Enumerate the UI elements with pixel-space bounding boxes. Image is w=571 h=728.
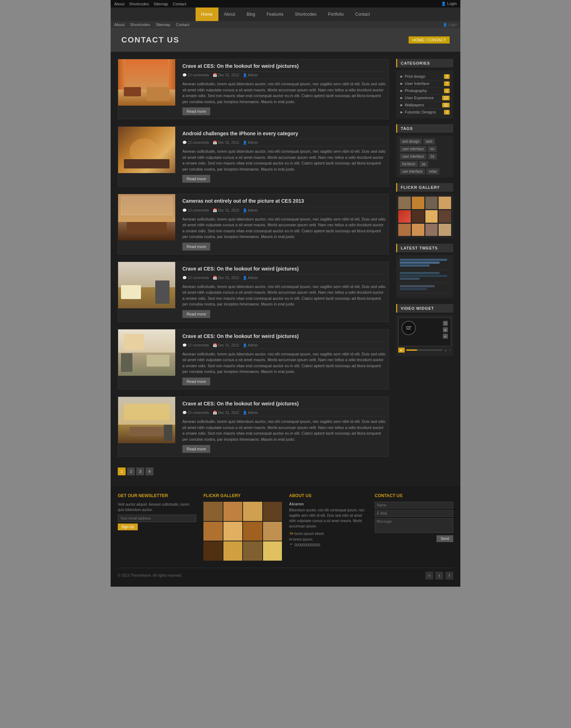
footer-thumb-9[interactable] (203, 541, 223, 561)
footer-thumb-10[interactable] (223, 541, 243, 561)
page-button-3[interactable]: 3 (136, 467, 144, 475)
post-body-3: Cameras not entirely out of the picture … (180, 194, 389, 254)
flickr-thumb-1[interactable] (398, 197, 411, 209)
footer-thumb-11[interactable] (243, 541, 262, 561)
top-link-sitemap[interactable]: Sitemap (154, 2, 168, 6)
footer-thumb-6[interactable] (223, 522, 243, 541)
post-title-1: Crave at CES: On the lookout for weird (… (182, 63, 386, 69)
contact-email-input[interactable] (375, 510, 453, 517)
tag-user-interface[interactable]: user interface (400, 146, 426, 152)
top-bar: About Shortcodes Sitemap Contact 👤 Login (111, 0, 460, 7)
post-image-1 (118, 59, 175, 106)
category-wallpapers: ► Wallpapers 32 (400, 102, 450, 109)
login-link[interactable]: 👤 Login (441, 1, 457, 6)
flickr-thumb-10[interactable] (412, 224, 424, 236)
footer-thumb-5[interactable] (203, 522, 223, 541)
top-link-contact[interactable]: Contact (173, 2, 186, 6)
sub-nav-about[interactable]: About (114, 22, 125, 27)
read-more-button-4[interactable]: Read more (182, 310, 210, 318)
read-more-button-6[interactable]: Read more (182, 445, 210, 453)
social-rss-icon[interactable]: ≈ (425, 572, 433, 580)
comments-icon: 💬 13 comments (182, 276, 209, 280)
read-more-button-3[interactable]: Read more (182, 243, 210, 251)
comments-icon: 💬 13 comments (182, 343, 209, 347)
contact-name-input[interactable] (375, 502, 453, 509)
tag-relax[interactable]: relax (426, 168, 439, 175)
flickr-thumb-8[interactable] (439, 210, 451, 223)
nav-about[interactable]: About (218, 7, 241, 21)
newsletter-email-input[interactable] (118, 515, 196, 522)
footer-thumb-1[interactable] (203, 502, 223, 521)
post-meta-3: 💬 13 comments 📅 Dec 31, 2013 👤 Admin (182, 207, 386, 214)
cat-name: ► Futuristic Designs (400, 110, 436, 115)
video-play-button[interactable]: ► (398, 348, 405, 353)
post-body-6: Crave at CES: On the lookout for weird (… (180, 397, 389, 456)
read-more-button-5[interactable]: Read more (182, 378, 210, 385)
post-excerpt-1: Aenean sollicitudin, lorem quis bibendum… (182, 81, 386, 105)
flickr-thumb-9[interactable] (398, 224, 411, 236)
read-more-button-1[interactable]: Read more (182, 107, 210, 115)
tag-web[interactable]: web (423, 138, 435, 145)
contact-message-input[interactable] (375, 518, 453, 533)
video-widget: VIDEO WIDGET STAFFPICK ☰ ■ ► ► (396, 304, 453, 356)
top-link-about[interactable]: About (114, 2, 125, 6)
tag-pp[interactable]: pp (419, 161, 428, 167)
nav-home[interactable]: Home (196, 7, 218, 21)
footer-thumb-8[interactable] (263, 522, 282, 541)
flickr-thumb-6[interactable] (412, 210, 424, 223)
post-excerpt-5: Aenean sollicitudin, lorem quis bibendum… (182, 351, 386, 375)
social-facebook-icon[interactable]: f (445, 572, 453, 580)
flickr-thumb-11[interactable] (425, 224, 438, 236)
post-title-3: Cameras not entirely out of the picture … (182, 198, 386, 204)
flickr-widget: FLICKR GALLERY (396, 183, 453, 238)
send-button[interactable]: Send (436, 535, 453, 542)
nav-shortcodes[interactable]: Shortcodes (289, 7, 322, 21)
footer-thumb-7[interactable] (243, 522, 262, 541)
tag-use-interface[interactable]: use interface (400, 168, 425, 175)
tag-furniture[interactable]: furniture (400, 161, 418, 167)
sub-nav-contact[interactable]: Contact (176, 22, 190, 27)
nav-contact[interactable]: Contact (349, 7, 375, 21)
page-button-1[interactable]: 1 (118, 467, 126, 475)
flickr-thumb-4[interactable] (439, 197, 451, 209)
post-body-1: Crave at CES: On the lookout for weird (… (180, 59, 389, 119)
social-twitter-icon[interactable]: t (435, 572, 443, 580)
footer-bottom: © 2013 ThemeName. All rights reserved. ≈… (118, 568, 453, 580)
flickr-grid (396, 194, 453, 238)
flickr-thumb-12[interactable] (439, 224, 451, 236)
flickr-thumb-2[interactable] (412, 197, 424, 209)
tag-anti-design[interactable]: anti design (400, 138, 422, 145)
sub-nav-sitemap[interactable]: Sitemap (156, 22, 170, 27)
post-meta-2: 💬 13 comments 📅 Dec 31, 2012 👤 Admin (182, 139, 386, 146)
category-user-experience: ► User Experience 12 (400, 95, 450, 102)
video-controls: ► ▲ ↗ (398, 346, 451, 354)
newsletter-widget: Get our newsletter Velit auctor aliquet.… (118, 493, 196, 561)
footer-thumb-12[interactable] (263, 541, 282, 561)
flickr-thumb-5[interactable] (398, 210, 411, 223)
top-link-shortcodes[interactable]: Shortcodes (129, 2, 149, 6)
nav-portfolio[interactable]: Portfolio (322, 7, 349, 21)
tag-user-interface-2[interactable]: user interface (400, 153, 426, 160)
page-button-4[interactable]: 4 (146, 467, 153, 475)
signup-button[interactable]: Sign Up (118, 524, 138, 530)
sub-nav-login: 👤 Login (443, 23, 457, 27)
nav-features[interactable]: Features (261, 7, 289, 21)
tag-3d[interactable]: 3d (428, 153, 437, 160)
cat-name: ► Wallpapers (400, 103, 424, 107)
video-fullscreen-icon[interactable]: ↗ (449, 349, 451, 352)
nav-blog[interactable]: Blog (241, 7, 261, 21)
tweets-title: LATEST TWEETS (396, 244, 453, 252)
date-icon: 📅 Dec 31, 2012 (213, 141, 239, 145)
read-more-button-2[interactable]: Read more (182, 175, 210, 183)
comments-icon: 💬 13 comments (182, 411, 209, 415)
footer-thumb-4[interactable] (263, 502, 282, 521)
footer: Get our newsletter Velit auctor aliquet.… (111, 486, 460, 587)
tag-mr[interactable]: mr (428, 146, 437, 152)
page-button-2[interactable]: 2 (127, 467, 135, 475)
footer-thumb-2[interactable] (223, 502, 243, 521)
flickr-thumb-7[interactable] (425, 210, 438, 223)
flickr-thumb-3[interactable] (425, 197, 438, 209)
sub-nav-shortcodes[interactable]: Shortcodes (130, 22, 150, 27)
page-title: CONTACT US (121, 35, 180, 45)
footer-thumb-3[interactable] (243, 502, 262, 521)
